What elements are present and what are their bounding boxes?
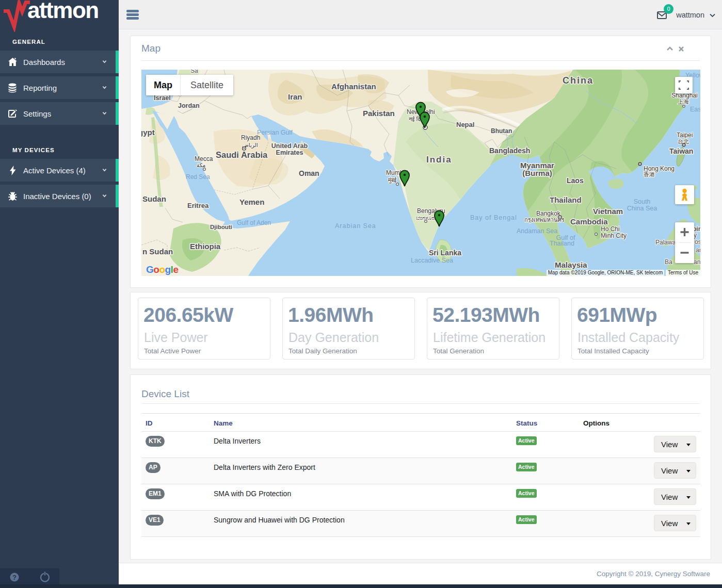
svg-text:South: South [634,198,651,205]
svg-text:مكة: مكة [197,162,205,168]
svg-text:?: ? [12,574,17,581]
svg-text:Minh City: Minh City [601,232,627,239]
svg-text:Taipei: Taipei [677,132,693,139]
svg-text:Laccadive Sea: Laccadive Sea [411,257,453,264]
svg-text:an: an [696,247,700,254]
svg-text:Bangkok: Bangkok [536,210,561,217]
svg-text:Sri Lanka: Sri Lanka [429,249,461,257]
svg-text:Sudan: Sudan [142,194,166,203]
svg-text:Jordan: Jordan [178,102,200,109]
svg-text:Thailand: Thailand [550,240,574,247]
svg-text:Eritrea: Eritrea [187,202,209,209]
svg-text:Yemen: Yemen [239,198,264,206]
svg-text:China Sea: China Sea [627,205,657,212]
svg-text:Mecca: Mecca [195,155,213,162]
svg-text:East: East [690,106,700,113]
svg-text:Persian Gulf: Persian Gulf [257,129,293,136]
svg-text:Ethiopia: Ethiopia [190,242,221,251]
svg-text:Iran: Iran [288,92,302,101]
svg-text:Arabian Sea: Arabian Sea [335,222,376,230]
svg-text:Thailand: Thailand [550,195,582,204]
svg-text:Bay of Bengal: Bay of Bengal [470,214,517,221]
svg-text:Emirates: Emirates [276,149,303,156]
svg-text:United Arab: United Arab [271,142,308,150]
svg-text:香港: 香港 [644,171,655,177]
svg-text:Riyadh: Riyadh [241,134,260,141]
svg-text:Saudi Arabia: Saudi Arabia [216,150,268,159]
svg-text:China: China [563,75,593,86]
svg-text:Bhutan: Bhutan [491,127,512,135]
svg-text:Sa: Sa [190,70,198,74]
svg-text:India: India [426,155,452,165]
svg-text:Laos: Laos [567,176,584,185]
svg-text:Ba: Ba [665,258,672,266]
svg-text:Malaysia: Malaysia [555,260,587,269]
svg-text:Bangladesh: Bangladesh [489,146,530,155]
svg-text:上海: 上海 [678,99,689,105]
svg-text:Oman: Oman [299,169,319,177]
svg-text:मुंबई: मुंबई [388,177,397,184]
svg-text:Djibouti: Djibouti [210,224,232,230]
svg-text:Pakistan: Pakistan [363,109,395,118]
svg-text:(Burma): (Burma) [522,169,552,177]
svg-text:attmon: attmon [27,0,99,23]
svg-text:Vietnam: Vietnam [593,207,623,216]
svg-text:an: an [694,258,700,266]
svg-text:Taiwan: Taiwan [669,147,693,155]
svg-text:Cambodia: Cambodia [570,217,608,226]
svg-text:n Sudan: n Sudan [142,247,173,256]
svg-text:Ho Chi: Ho Chi [601,225,620,233]
svg-text:Egypt: Egypt [141,128,155,137]
svg-text:Gulf of Aden: Gulf of Aden [237,219,271,226]
svg-text:Afghanistan: Afghanistan [331,82,376,91]
svg-text:os: os [695,238,700,246]
svg-text:Israel: Israel [154,94,171,102]
svg-text:Andaman Sea: Andaman Sea [517,227,557,235]
svg-text:Red Sea: Red Sea [186,173,210,181]
svg-text:Nepal: Nepal [456,121,474,128]
